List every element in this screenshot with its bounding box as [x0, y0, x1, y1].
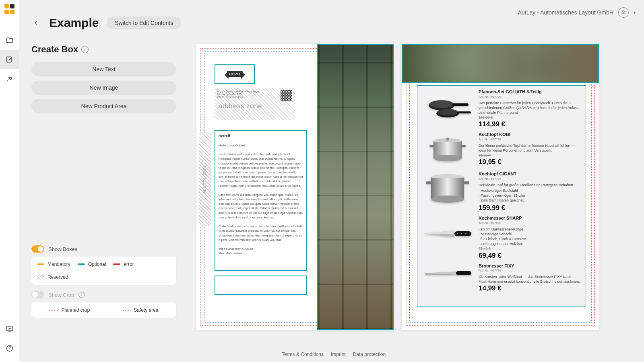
- product-image-pans: [421, 89, 474, 126]
- letter-text-box[interactable]: Betreff Hallo Luisa Ortwein, em et etur …: [215, 130, 307, 271]
- info-icon[interactable]: i: [81, 46, 89, 53]
- product-image-pot-small: [421, 132, 474, 169]
- address-zone-label: address zone: [219, 102, 262, 110]
- svg-rect-27: [456, 271, 471, 275]
- svg-point-24: [457, 233, 458, 234]
- app-logo: [4, 4, 15, 14]
- info-icon[interactable]: i: [79, 292, 85, 298]
- svg-point-26: [465, 233, 466, 234]
- switch-mode-button[interactable]: Switch to Edit Contents: [107, 16, 181, 29]
- svg-point-13: [433, 155, 462, 161]
- section-title: Create Box: [31, 44, 78, 55]
- svg-point-5: [429, 100, 454, 108]
- svg-rect-15: [461, 145, 466, 147]
- show-crop-toggle[interactable]: [31, 291, 44, 298]
- svg-rect-9: [457, 111, 471, 113]
- safety-area-swatch: [122, 310, 130, 311]
- reserved-swatch: [37, 275, 44, 280]
- svg-rect-6: [452, 103, 469, 106]
- empty-box[interactable]: [215, 276, 307, 295]
- svg-point-8: [437, 109, 458, 115]
- planned-crop-swatch: [49, 310, 58, 311]
- back-button[interactable]: [31, 18, 41, 28]
- nav-plug-icon[interactable]: [0, 69, 19, 88]
- svg-rect-14: [429, 145, 434, 147]
- optional-swatch: [78, 263, 85, 265]
- company-name: AutLay - Automatisches Layout GmbH: [518, 9, 613, 16]
- error-swatch: [113, 263, 120, 265]
- crop-legend: Planned crop Safety area: [31, 302, 176, 318]
- box-legend: Mandatory Optional error Reserved: [31, 257, 176, 285]
- svg-rect-22: [464, 181, 469, 184]
- nav-edit-icon[interactable]: [0, 50, 19, 69]
- product-image-knife: [421, 215, 474, 252]
- footer-terms[interactable]: Terms & Conditions: [282, 352, 324, 357]
- show-crop-label: Show Crop: [48, 292, 74, 298]
- product-row: Brotmesser FIXY Art.-Nr.: 467799 Ob Krus…: [421, 263, 582, 294]
- page-title: Example: [49, 16, 99, 30]
- product-row: Kochmesser SHARP Art.-Nr.: 467800 · 20 c…: [421, 215, 582, 260]
- new-product-area-button[interactable]: New Product Area: [31, 99, 176, 113]
- product-row: Kochtopf KOBI Art.-Nr.: 467798 Der klein…: [421, 132, 582, 169]
- product-row: Pfannen-Set GOLIATH 3-Teilig Art.-Nr.: 4…: [421, 89, 582, 129]
- show-boxes-toggle[interactable]: [31, 245, 44, 253]
- app-sidebar: [0, 0, 19, 362]
- page-right[interactable]: Pfannen-Set GOLIATH 3-Teilig Art.-Nr.: 4…: [402, 44, 599, 330]
- new-image-button[interactable]: New Image: [31, 80, 176, 95]
- product-area-box[interactable]: Pfannen-Set GOLIATH 3-Teilig Art.-Nr.: 4…: [417, 85, 586, 306]
- product-image-bread-knife: [421, 263, 474, 283]
- nav-play-icon[interactable]: [0, 319, 19, 339]
- svg-rect-23: [454, 231, 471, 236]
- svg-rect-21: [426, 181, 431, 184]
- svg-point-3: [623, 10, 625, 12]
- banner-image-box[interactable]: [402, 44, 599, 83]
- footer-data[interactable]: Data protection: [353, 352, 386, 357]
- demo-badge: DEMO: [227, 71, 243, 77]
- svg-point-20: [431, 195, 464, 203]
- new-text-button[interactable]: New Text: [31, 62, 176, 76]
- reserved-zone: reading zone: [199, 134, 211, 226]
- chevron-down-icon[interactable]: ▾: [634, 10, 636, 15]
- hero-image-box[interactable]: [317, 44, 394, 330]
- footer-links: Terms & Conditions Imprint Data protecti…: [282, 352, 386, 357]
- product-image-pot-large: [421, 171, 474, 208]
- svg-point-16: [446, 138, 449, 141]
- nav-folder-icon[interactable]: [0, 31, 19, 50]
- product-row: Kochtopf GIGANT Art.-Nr.: 467797 Der ide…: [421, 171, 582, 213]
- nav-help-icon[interactable]: [0, 339, 19, 358]
- create-box-panel: Create Box i New Text New Image New Prod…: [31, 44, 176, 117]
- layout-canvas: reading zone DEMO P UV · Deutsche Post ·…: [196, 44, 603, 334]
- page-left[interactable]: reading zone DEMO P UV · Deutsche Post ·…: [196, 44, 394, 330]
- footer-imprint[interactable]: Imprint: [331, 352, 346, 357]
- svg-point-25: [461, 233, 462, 234]
- address-zone-box[interactable]: P UV · Deutsche Post · Port Payé Eichber…: [215, 88, 295, 120]
- logo-box[interactable]: DEMO: [215, 64, 255, 84]
- legend-panel: Show Boxes Mandatory Optional error Rese…: [31, 245, 176, 324]
- mandatory-swatch: [37, 263, 44, 265]
- show-boxes-label: Show Boxes: [48, 246, 77, 252]
- page-header: Example Switch to Edit Contents: [31, 16, 636, 30]
